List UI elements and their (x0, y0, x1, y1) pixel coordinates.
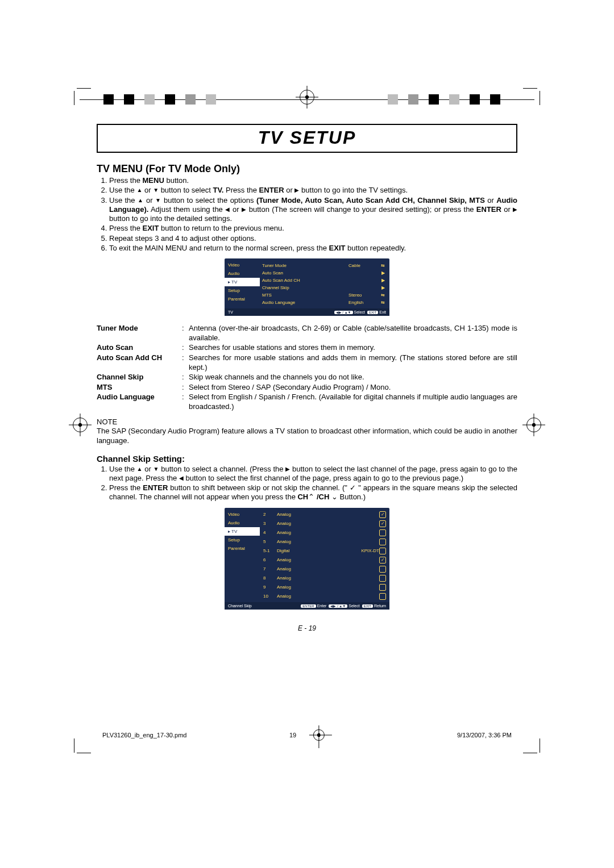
pmd-page: 19 (289, 732, 296, 738)
step-3: Use the ▲ or ▼ button to select the opti… (109, 196, 517, 224)
page-number: E - 19 (97, 624, 517, 632)
osd-side-item: Audio (225, 269, 260, 278)
osd-screenshot-channel-skip: Video Audio▸ TV Setup Parental 2Analog✓3… (225, 508, 389, 610)
osd-row: Channel Skip▶ (262, 284, 385, 291)
osd-side-item: ▸ TV (225, 278, 260, 286)
osd-row: Auto Scan▶ (262, 269, 385, 277)
right-icon: ▶ (242, 206, 247, 212)
osd-row: Tuner ModeCable⇆ (262, 262, 385, 269)
term-auto-scan-add-ch: Auto Scan Add CH (97, 353, 182, 372)
down-icon: ▼ (155, 197, 161, 203)
down-icon: ▼ (154, 466, 159, 472)
left-icon: ◀ (225, 206, 230, 212)
page-title: TV SETUP (97, 124, 517, 153)
step2-1: Use the ▲ or ▼ button to select a channe… (109, 465, 517, 483)
right-icon: ▶ (285, 466, 290, 472)
osd-footer-label: Channel Skip (228, 604, 252, 608)
term-audio-language: Audio Language (97, 393, 182, 411)
step-1: Press the MENU button. (109, 176, 517, 185)
pmd-filename: PLV31260_ib_eng_17-30.pmd (102, 732, 186, 738)
osd-channel-row: 5-1DigitalKPIX-DT (263, 546, 386, 556)
crop-mark (523, 88, 540, 105)
osd-channel-row: 2Analog✓ (263, 510, 386, 519)
down-icon: ⌄ (331, 493, 338, 501)
osd-channel-row: 6Analog✓ (263, 556, 386, 565)
step-2: Use the ▲ or ▼ button to select TV. Pres… (109, 186, 517, 195)
osd-row: MTSStereo⇆ (262, 291, 385, 299)
down-icon: ▼ (153, 187, 159, 193)
osd-side-item: Video (225, 261, 260, 269)
up-icon: ▲ (137, 466, 143, 472)
osd-side-item: Setup (225, 536, 260, 544)
right-icon: ▶ (294, 187, 299, 193)
osd-channel-row: 9Analog (263, 583, 386, 592)
left-icon: ◀ (179, 475, 184, 481)
term-channel-skip: Channel Skip (97, 373, 182, 382)
osd-channel-row: 10Analog (263, 592, 386, 601)
instruction-list-1: Press the MENU button. Use the ▲ or ▼ bu… (97, 176, 517, 253)
up-icon: ▲ (138, 197, 144, 203)
target-icon (313, 729, 325, 741)
osd-side-item: Setup (225, 286, 260, 295)
osd-footer-label: TV (228, 310, 233, 314)
osd-channel-row: 5Analog (263, 537, 386, 546)
pmd-datetime: 9/13/2007, 3:36 PM (457, 732, 512, 738)
step-5: Repeat steps 3 and 4 to adjust other opt… (109, 234, 517, 243)
page-content: TV SETUP TV MENU (For TV Mode Only) Pres… (97, 91, 517, 632)
target-icon (526, 418, 541, 432)
instruction-list-2: Use the ▲ or ▼ button to select a channe… (97, 465, 517, 502)
section-heading-tv-menu: TV MENU (For TV Mode Only) (97, 163, 517, 175)
note-block: NOTE The SAP (Secondary Audio Program) f… (97, 418, 517, 446)
osd-screenshot-tv-menu: Video Audio▸ TV Setup Parental Tuner Mod… (225, 258, 389, 316)
osd-side-item: Parental (225, 295, 260, 303)
section-heading-channel-skip: Channel Skip Setting: (97, 454, 517, 464)
up-icon: ▲ (136, 187, 142, 193)
check-icon: ✓ (350, 483, 356, 492)
step-4: Press the EXIT button to return to the p… (109, 224, 517, 233)
osd-side-item: Audio (225, 519, 260, 527)
note-label: NOTE (97, 418, 117, 426)
osd-side-item: Video (225, 510, 260, 519)
crop-mark (74, 88, 91, 105)
osd-channel-row: 7Analog (263, 565, 386, 574)
osd-row: Audio LanguageEnglish⇆ (262, 299, 385, 306)
right-icon: ▶ (513, 206, 517, 212)
term-mts: MTS (97, 383, 182, 393)
step2-2: Press the ENTER button to shift between … (109, 483, 517, 502)
step-6: To exit the MAIN MENU and return to the … (109, 244, 517, 253)
osd-side-item: Parental (225, 544, 260, 553)
osd-channel-row: 8Analog (263, 574, 386, 583)
up-icon: ⌃ (308, 493, 314, 501)
target-icon (73, 418, 88, 432)
osd-row: Auto Scan Add CH▶ (262, 277, 385, 284)
term-auto-scan: Auto Scan (97, 343, 182, 353)
osd-channel-row: 4Analog (263, 528, 386, 537)
imposition-footer: PLV31260_ib_eng_17-30.pmd 19 9/13/2007, … (102, 732, 512, 738)
definition-list: Tuner Mode:Antenna (over-the-air broadca… (97, 324, 517, 412)
osd-side-item: ▸ TV (225, 527, 260, 536)
term-tuner-mode: Tuner Mode (97, 324, 182, 343)
osd-channel-row: 3Analog✓ (263, 519, 386, 528)
